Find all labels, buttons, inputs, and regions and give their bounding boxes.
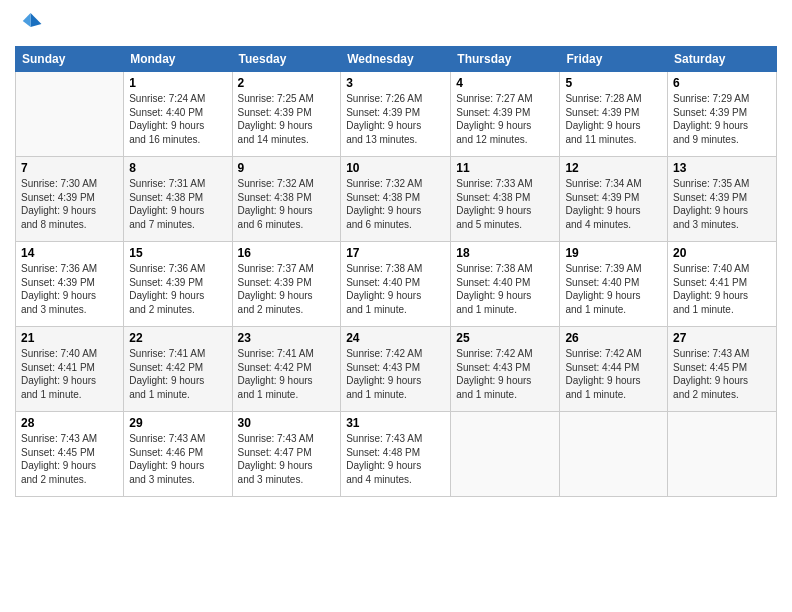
day-info: Sunrise: 7:28 AM Sunset: 4:39 PM Dayligh…	[565, 92, 662, 146]
calendar-cell: 14Sunrise: 7:36 AM Sunset: 4:39 PM Dayli…	[16, 242, 124, 327]
calendar-cell: 31Sunrise: 7:43 AM Sunset: 4:48 PM Dayli…	[341, 412, 451, 497]
calendar-cell: 30Sunrise: 7:43 AM Sunset: 4:47 PM Dayli…	[232, 412, 341, 497]
day-number: 8	[129, 161, 226, 175]
calendar-cell: 12Sunrise: 7:34 AM Sunset: 4:39 PM Dayli…	[560, 157, 668, 242]
header-day-friday: Friday	[560, 47, 668, 72]
header-day-wednesday: Wednesday	[341, 47, 451, 72]
day-info: Sunrise: 7:25 AM Sunset: 4:39 PM Dayligh…	[238, 92, 336, 146]
day-info: Sunrise: 7:42 AM Sunset: 4:44 PM Dayligh…	[565, 347, 662, 401]
day-number: 1	[129, 76, 226, 90]
calendar-cell: 29Sunrise: 7:43 AM Sunset: 4:46 PM Dayli…	[124, 412, 232, 497]
calendar-cell: 5Sunrise: 7:28 AM Sunset: 4:39 PM Daylig…	[560, 72, 668, 157]
calendar-cell: 8Sunrise: 7:31 AM Sunset: 4:38 PM Daylig…	[124, 157, 232, 242]
week-row-0: 1Sunrise: 7:24 AM Sunset: 4:40 PM Daylig…	[16, 72, 777, 157]
day-number: 9	[238, 161, 336, 175]
day-number: 7	[21, 161, 118, 175]
day-info: Sunrise: 7:36 AM Sunset: 4:39 PM Dayligh…	[129, 262, 226, 316]
day-info: Sunrise: 7:39 AM Sunset: 4:40 PM Dayligh…	[565, 262, 662, 316]
calendar-cell: 2Sunrise: 7:25 AM Sunset: 4:39 PM Daylig…	[232, 72, 341, 157]
day-number: 29	[129, 416, 226, 430]
week-row-3: 21Sunrise: 7:40 AM Sunset: 4:41 PM Dayli…	[16, 327, 777, 412]
header-day-monday: Monday	[124, 47, 232, 72]
day-info: Sunrise: 7:41 AM Sunset: 4:42 PM Dayligh…	[129, 347, 226, 401]
calendar-cell: 11Sunrise: 7:33 AM Sunset: 4:38 PM Dayli…	[451, 157, 560, 242]
day-number: 24	[346, 331, 445, 345]
page: SundayMondayTuesdayWednesdayThursdayFrid…	[0, 0, 792, 612]
day-info: Sunrise: 7:34 AM Sunset: 4:39 PM Dayligh…	[565, 177, 662, 231]
day-number: 27	[673, 331, 771, 345]
day-info: Sunrise: 7:32 AM Sunset: 4:38 PM Dayligh…	[238, 177, 336, 231]
day-info: Sunrise: 7:43 AM Sunset: 4:45 PM Dayligh…	[673, 347, 771, 401]
day-info: Sunrise: 7:24 AM Sunset: 4:40 PM Dayligh…	[129, 92, 226, 146]
day-info: Sunrise: 7:43 AM Sunset: 4:47 PM Dayligh…	[238, 432, 336, 486]
day-info: Sunrise: 7:26 AM Sunset: 4:39 PM Dayligh…	[346, 92, 445, 146]
calendar-cell	[451, 412, 560, 497]
day-info: Sunrise: 7:41 AM Sunset: 4:42 PM Dayligh…	[238, 347, 336, 401]
calendar-cell: 28Sunrise: 7:43 AM Sunset: 4:45 PM Dayli…	[16, 412, 124, 497]
day-info: Sunrise: 7:31 AM Sunset: 4:38 PM Dayligh…	[129, 177, 226, 231]
day-info: Sunrise: 7:27 AM Sunset: 4:39 PM Dayligh…	[456, 92, 554, 146]
calendar: SundayMondayTuesdayWednesdayThursdayFrid…	[15, 46, 777, 497]
calendar-cell: 13Sunrise: 7:35 AM Sunset: 4:39 PM Dayli…	[668, 157, 777, 242]
calendar-cell: 1Sunrise: 7:24 AM Sunset: 4:40 PM Daylig…	[124, 72, 232, 157]
day-info: Sunrise: 7:35 AM Sunset: 4:39 PM Dayligh…	[673, 177, 771, 231]
week-row-4: 28Sunrise: 7:43 AM Sunset: 4:45 PM Dayli…	[16, 412, 777, 497]
day-info: Sunrise: 7:43 AM Sunset: 4:48 PM Dayligh…	[346, 432, 445, 486]
day-info: Sunrise: 7:37 AM Sunset: 4:39 PM Dayligh…	[238, 262, 336, 316]
header-day-sunday: Sunday	[16, 47, 124, 72]
day-number: 10	[346, 161, 445, 175]
week-row-2: 14Sunrise: 7:36 AM Sunset: 4:39 PM Dayli…	[16, 242, 777, 327]
calendar-header: SundayMondayTuesdayWednesdayThursdayFrid…	[16, 47, 777, 72]
day-info: Sunrise: 7:40 AM Sunset: 4:41 PM Dayligh…	[673, 262, 771, 316]
day-number: 2	[238, 76, 336, 90]
header-day-thursday: Thursday	[451, 47, 560, 72]
day-number: 15	[129, 246, 226, 260]
calendar-cell: 25Sunrise: 7:42 AM Sunset: 4:43 PM Dayli…	[451, 327, 560, 412]
day-number: 11	[456, 161, 554, 175]
day-number: 17	[346, 246, 445, 260]
day-number: 31	[346, 416, 445, 430]
calendar-cell: 20Sunrise: 7:40 AM Sunset: 4:41 PM Dayli…	[668, 242, 777, 327]
calendar-cell: 9Sunrise: 7:32 AM Sunset: 4:38 PM Daylig…	[232, 157, 341, 242]
calendar-cell	[16, 72, 124, 157]
day-number: 25	[456, 331, 554, 345]
day-number: 30	[238, 416, 336, 430]
day-info: Sunrise: 7:42 AM Sunset: 4:43 PM Dayligh…	[456, 347, 554, 401]
calendar-cell: 18Sunrise: 7:38 AM Sunset: 4:40 PM Dayli…	[451, 242, 560, 327]
day-info: Sunrise: 7:38 AM Sunset: 4:40 PM Dayligh…	[346, 262, 445, 316]
calendar-cell: 17Sunrise: 7:38 AM Sunset: 4:40 PM Dayli…	[341, 242, 451, 327]
day-info: Sunrise: 7:40 AM Sunset: 4:41 PM Dayligh…	[21, 347, 118, 401]
day-number: 13	[673, 161, 771, 175]
calendar-cell: 10Sunrise: 7:32 AM Sunset: 4:38 PM Dayli…	[341, 157, 451, 242]
day-number: 26	[565, 331, 662, 345]
day-info: Sunrise: 7:42 AM Sunset: 4:43 PM Dayligh…	[346, 347, 445, 401]
header	[15, 10, 777, 38]
day-number: 19	[565, 246, 662, 260]
calendar-cell: 21Sunrise: 7:40 AM Sunset: 4:41 PM Dayli…	[16, 327, 124, 412]
calendar-cell: 4Sunrise: 7:27 AM Sunset: 4:39 PM Daylig…	[451, 72, 560, 157]
svg-marker-1	[23, 13, 31, 27]
logo	[15, 10, 47, 38]
day-info: Sunrise: 7:29 AM Sunset: 4:39 PM Dayligh…	[673, 92, 771, 146]
day-number: 28	[21, 416, 118, 430]
calendar-cell	[560, 412, 668, 497]
day-number: 6	[673, 76, 771, 90]
calendar-cell: 15Sunrise: 7:36 AM Sunset: 4:39 PM Dayli…	[124, 242, 232, 327]
day-info: Sunrise: 7:36 AM Sunset: 4:39 PM Dayligh…	[21, 262, 118, 316]
header-row: SundayMondayTuesdayWednesdayThursdayFrid…	[16, 47, 777, 72]
day-number: 12	[565, 161, 662, 175]
calendar-cell: 3Sunrise: 7:26 AM Sunset: 4:39 PM Daylig…	[341, 72, 451, 157]
day-number: 4	[456, 76, 554, 90]
calendar-cell: 7Sunrise: 7:30 AM Sunset: 4:39 PM Daylig…	[16, 157, 124, 242]
day-info: Sunrise: 7:32 AM Sunset: 4:38 PM Dayligh…	[346, 177, 445, 231]
calendar-cell: 22Sunrise: 7:41 AM Sunset: 4:42 PM Dayli…	[124, 327, 232, 412]
day-info: Sunrise: 7:43 AM Sunset: 4:45 PM Dayligh…	[21, 432, 118, 486]
day-number: 21	[21, 331, 118, 345]
svg-marker-0	[31, 13, 42, 27]
day-number: 20	[673, 246, 771, 260]
day-info: Sunrise: 7:43 AM Sunset: 4:46 PM Dayligh…	[129, 432, 226, 486]
day-number: 3	[346, 76, 445, 90]
day-number: 23	[238, 331, 336, 345]
logo-icon	[15, 10, 43, 38]
calendar-cell: 26Sunrise: 7:42 AM Sunset: 4:44 PM Dayli…	[560, 327, 668, 412]
